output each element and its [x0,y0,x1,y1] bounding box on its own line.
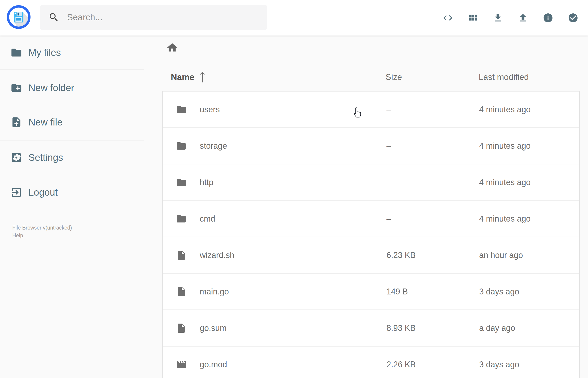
create-folder-icon [11,82,22,94]
info-button[interactable] [543,13,553,23]
file-modified: 4 minutes ago [479,141,531,151]
file-row[interactable]: storage – 4 minutes ago [163,128,579,164]
sidebar-item-new-file[interactable]: New file [0,110,149,134]
file-name: go.sum [200,323,227,333]
search-input[interactable] [67,12,259,22]
column-header-name[interactable]: Name [171,72,194,82]
sidebar-item-my-files[interactable]: My files [0,41,149,65]
sidebar-footer: File Browser v(untracked) Help [12,224,72,239]
folder-icon [176,104,187,115]
sidebar-item-label: My files [28,47,61,58]
column-header-modified[interactable]: Last modified [479,72,529,82]
file-row[interactable]: users – 4 minutes ago [163,92,579,128]
file-row[interactable]: main.go 149 B 3 days ago [163,274,579,310]
sidebar-item-new-folder[interactable]: New folder [0,76,149,100]
floppy-disk-logo-icon [7,5,31,29]
file-icon [176,286,187,297]
upload-icon [518,13,528,23]
file-name: http [200,178,214,187]
file-name: cmd [200,214,215,224]
sidebar-item-logout[interactable]: Logout [0,181,149,204]
file-name: users [200,105,220,114]
select-check-icon [568,13,578,23]
toolbar-actions [442,0,578,36]
search-icon [48,12,59,23]
code-icon [442,13,453,23]
sidebar-item-label: Settings [28,152,63,163]
folder-icon [176,213,187,224]
create-file-icon [11,116,22,128]
sidebar-divider [0,140,144,140]
file-size: 6.23 KB [387,250,416,260]
download-icon [493,13,503,23]
file-name: main.go [200,287,229,297]
grid-view-icon [468,13,478,23]
app-version-text: File Browser v(untracked) [12,224,72,231]
info-icon [543,13,553,23]
select-multiple-button[interactable] [568,13,578,23]
file-icon [176,250,187,261]
column-header-size[interactable]: Size [386,72,402,82]
file-size: 8.93 KB [387,323,416,333]
movie-file-icon [176,359,187,370]
sidebar-item-label: New folder [28,82,74,93]
file-name: storage [200,141,227,151]
grid-view-button[interactable] [468,13,478,23]
folder-icon [176,177,187,188]
file-size: – [387,141,391,151]
folder-icon [176,140,187,151]
file-size: – [387,214,391,224]
sidebar-item-label: New file [28,117,62,128]
breadcrumb-home-button[interactable] [166,42,178,54]
file-modified: 3 days ago [479,287,519,297]
sidebar-item-label: Logout [28,187,58,198]
file-table: users – 4 minutes ago storage – 4 minute… [162,91,580,378]
file-row[interactable]: wizard.sh 6.23 KB an hour ago [163,237,579,274]
file-size: – [387,178,391,187]
file-row[interactable]: cmd – 4 minutes ago [163,201,579,237]
file-size: 2.26 KB [387,360,416,369]
file-name: wizard.sh [200,250,234,260]
app-logo[interactable] [7,5,31,29]
file-modified: 4 minutes ago [479,214,531,224]
search-box[interactable] [40,5,267,30]
file-modified: 3 days ago [479,360,519,369]
file-modified: a day ago [479,323,515,333]
logout-icon [11,187,22,198]
sidebar-item-settings[interactable]: Settings [0,146,149,169]
code-view-button[interactable] [442,13,453,23]
file-row[interactable]: http – 4 minutes ago [163,164,579,201]
file-row[interactable]: go.mod 2.26 KB 3 days ago [163,347,579,378]
folder-icon [11,47,22,58]
file-size: 149 B [387,287,408,297]
help-link[interactable]: Help [12,231,72,239]
file-name: go.mod [200,360,227,369]
file-icon [176,323,187,334]
file-row[interactable]: go.sum 8.93 KB a day ago [163,310,579,347]
breadcrumb-divider [162,62,580,62]
sort-arrow-up-icon[interactable] [200,71,205,83]
sidebar-divider [0,69,144,70]
download-button[interactable] [493,13,503,23]
file-modified: an hour ago [479,250,523,260]
settings-icon [11,152,22,163]
file-modified: 4 minutes ago [479,178,531,187]
sort-arrow-up-icon [200,71,205,83]
top-bar [0,0,588,36]
home-icon [166,42,178,54]
file-size: – [387,105,391,114]
file-modified: 4 minutes ago [479,105,531,114]
upload-button[interactable] [518,13,528,23]
